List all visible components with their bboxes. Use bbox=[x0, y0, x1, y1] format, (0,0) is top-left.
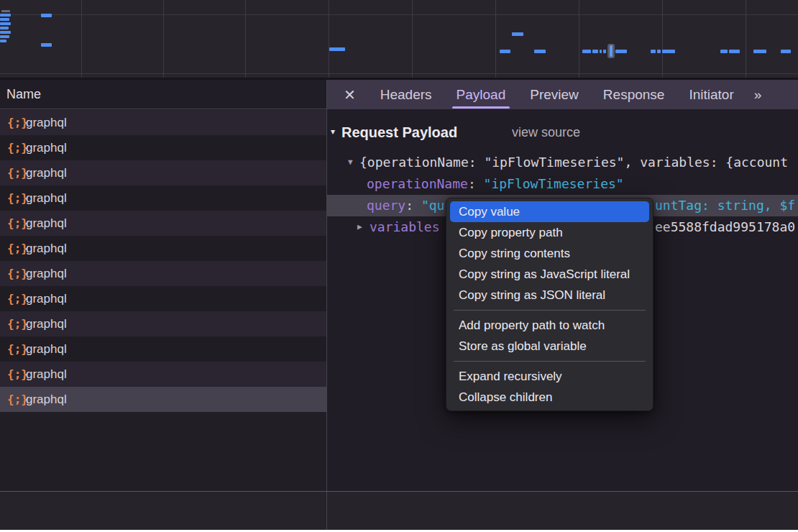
context-menu: Copy valueCopy property pathCopy string … bbox=[446, 198, 653, 411]
waterfall-bar bbox=[41, 14, 52, 17]
request-row-graphql[interactable]: {;}graphql bbox=[0, 261, 326, 286]
request-payload-section-header[interactable]: ▾ Request Payload view source bbox=[327, 121, 798, 143]
devtools-window: Name {;}graphql{;}graphql{;}graphql{;}gr… bbox=[0, 0, 798, 530]
section-collapse-icon[interactable]: ▾ bbox=[331, 127, 335, 137]
waterfall-bar bbox=[1, 10, 10, 12]
context-menu-separator bbox=[454, 361, 646, 362]
request-row-graphql[interactable]: {;}graphql bbox=[0, 286, 326, 311]
property-key: query bbox=[367, 198, 405, 213]
request-row-graphql[interactable]: {;}graphql bbox=[0, 211, 326, 236]
tab-payload[interactable]: Payload bbox=[457, 80, 506, 109]
waterfall-bar bbox=[729, 50, 740, 53]
tab-preview[interactable]: Preview bbox=[530, 80, 579, 109]
json-braces-icon: {;} bbox=[7, 110, 26, 135]
property-key: variables bbox=[370, 219, 440, 234]
waterfall-bar bbox=[0, 14, 11, 17]
payload-operationname-row[interactable]: operationName: "ipFlowTimeseries" bbox=[327, 173, 798, 195]
overview-gridline-vertical bbox=[245, 0, 246, 78]
property-key: operationName bbox=[367, 176, 468, 191]
request-row-graphql[interactable]: {;}graphql bbox=[0, 135, 326, 160]
overview-gridline-vertical bbox=[329, 0, 329, 78]
request-row-graphql[interactable]: {;}graphql bbox=[0, 110, 326, 135]
request-row-graphql[interactable]: {;}graphql bbox=[0, 336, 326, 362]
waterfall-bar bbox=[753, 50, 766, 53]
footer-pane-divider bbox=[326, 492, 327, 530]
waterfall-bar bbox=[657, 50, 661, 53]
json-braces-icon: {;} bbox=[7, 236, 26, 261]
request-name-label: graphql bbox=[26, 342, 67, 356]
context-menu-item-copy-string-contents[interactable]: Copy string contents bbox=[450, 243, 649, 264]
close-icon[interactable]: ✕ bbox=[344, 86, 356, 104]
request-row-graphql[interactable]: {;}graphql bbox=[0, 311, 326, 336]
request-name-label: graphql bbox=[26, 216, 67, 230]
waterfall-bar bbox=[0, 40, 6, 42]
waterfall-bar bbox=[781, 50, 791, 53]
request-row-graphql[interactable]: {;}graphql bbox=[0, 185, 326, 211]
request-rows: {;}graphql{;}graphql{;}graphql{;}graphql… bbox=[0, 110, 326, 412]
waterfall-bar bbox=[603, 50, 606, 53]
section-title: Request Payload bbox=[341, 121, 457, 143]
json-braces-icon: {;} bbox=[7, 261, 26, 286]
waterfall-bar bbox=[41, 43, 52, 47]
json-braces-icon: {;} bbox=[7, 311, 26, 336]
request-name-label: graphql bbox=[26, 292, 67, 306]
network-overview-timeline[interactable] bbox=[0, 0, 798, 78]
request-name-label: graphql bbox=[26, 166, 67, 180]
name-column-header[interactable]: Name bbox=[0, 80, 326, 109]
request-name-label: graphql bbox=[26, 116, 67, 129]
request-row-graphql[interactable]: {;}graphql bbox=[0, 236, 326, 261]
overview-gridline-vertical bbox=[412, 0, 413, 78]
waterfall-bar bbox=[0, 27, 9, 29]
tab-headers[interactable]: Headers bbox=[380, 80, 432, 109]
waterfall-bar bbox=[0, 18, 9, 21]
request-name-label: graphql bbox=[26, 317, 67, 331]
overview-gridline-vertical bbox=[662, 0, 663, 78]
waterfall-bar bbox=[500, 50, 510, 53]
property-value-left: "qu bbox=[421, 198, 445, 213]
waterfall-bar bbox=[600, 50, 602, 53]
request-row-graphql[interactable]: {;}graphql bbox=[0, 387, 326, 412]
context-menu-item-copy-string-as-json-literal[interactable]: Copy string as JSON literal bbox=[450, 285, 649, 306]
json-braces-icon: {;} bbox=[7, 135, 26, 160]
waterfall-bar bbox=[0, 35, 9, 38]
status-footer bbox=[0, 492, 798, 530]
detail-tabbar: ✕ HeadersPayloadPreviewResponseInitiator… bbox=[327, 80, 798, 109]
selected-request-marker-bar bbox=[610, 45, 613, 57]
tab-initiator[interactable]: Initiator bbox=[689, 80, 733, 109]
collapsed-triangle-icon[interactable]: ▶ bbox=[357, 216, 362, 238]
json-braces-icon: {;} bbox=[7, 336, 26, 362]
request-row-graphql[interactable]: {;}graphql bbox=[0, 160, 326, 185]
context-menu-item-collapse-children[interactable]: Collapse children bbox=[450, 387, 649, 408]
context-menu-item-expand-recursively[interactable]: Expand recursively bbox=[450, 366, 649, 387]
waterfall-bar bbox=[534, 50, 546, 53]
property-value-right: untTag: string, $f bbox=[655, 195, 795, 216]
request-name-label: graphql bbox=[26, 141, 67, 155]
context-menu-item-copy-value[interactable]: Copy value bbox=[450, 201, 649, 222]
waterfall-bar bbox=[615, 50, 627, 53]
expanded-triangle-icon[interactable]: ▼ bbox=[348, 152, 353, 173]
waterfall-bar bbox=[651, 50, 656, 53]
more-tabs-chevron-icon[interactable]: » bbox=[754, 87, 761, 103]
context-menu-separator bbox=[454, 310, 646, 311]
variables-preview-right: ee5588fdad995178a0 bbox=[655, 216, 795, 238]
json-braces-icon: {;} bbox=[7, 211, 26, 236]
overview-gridline-horizontal bbox=[0, 73, 798, 74]
waterfall-bar bbox=[720, 50, 728, 53]
property-value: "ipFlowTimeseries" bbox=[484, 176, 624, 191]
request-row-graphql[interactable]: {;}graphql bbox=[0, 362, 326, 387]
context-menu-item-add-property-path-to-watch[interactable]: Add property path to watch bbox=[450, 315, 649, 336]
json-braces-icon: {;} bbox=[7, 362, 26, 387]
overview-gridline-vertical bbox=[746, 0, 746, 78]
tab-response[interactable]: Response bbox=[603, 80, 665, 109]
view-source-link[interactable]: view source bbox=[512, 121, 580, 143]
payload-root-row[interactable]: ▼ {operationName: "ipFlowTimeseries", va… bbox=[327, 152, 798, 173]
context-menu-item-store-as-global-variable[interactable]: Store as global variable bbox=[450, 336, 649, 357]
root-object-preview: {operationName: "ipFlowTimeseries", vari… bbox=[359, 152, 788, 173]
context-menu-item-copy-string-as-javascript-literal[interactable]: Copy string as JavaScript literal bbox=[450, 264, 649, 285]
context-menu-item-copy-property-path[interactable]: Copy property path bbox=[450, 222, 649, 243]
waterfall-bar bbox=[512, 32, 523, 36]
overview-gridline-vertical bbox=[81, 0, 82, 78]
request-name-label: graphql bbox=[26, 242, 67, 255]
waterfall-bar bbox=[582, 50, 591, 53]
waterfall-bar bbox=[0, 31, 11, 34]
